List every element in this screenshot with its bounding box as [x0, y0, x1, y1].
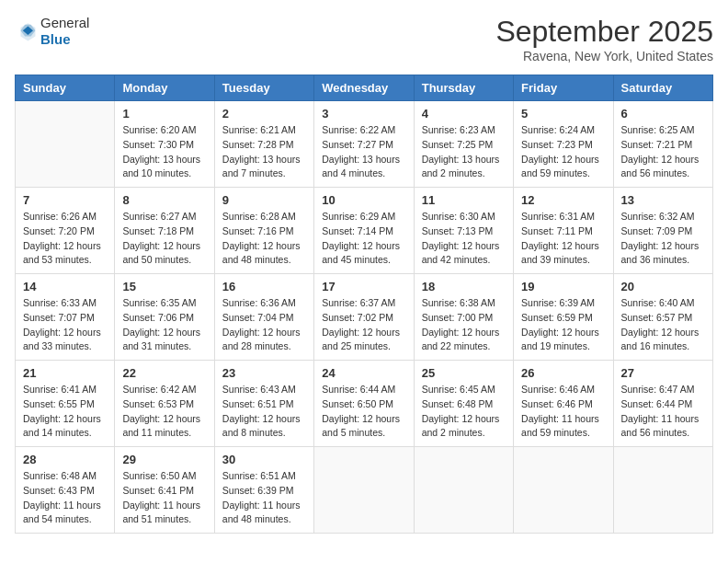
day-number: 11: [422, 193, 506, 207]
day-info: Sunrise: 6:48 AM Sunset: 6:43 PM Dayligh…: [23, 469, 107, 527]
day-info: Sunrise: 6:41 AM Sunset: 6:55 PM Dayligh…: [23, 383, 107, 441]
weekday-header-row: SundayMondayTuesdayWednesdayThursdayFrid…: [16, 75, 713, 101]
week-row: 21Sunrise: 6:41 AM Sunset: 6:55 PM Dayli…: [16, 361, 713, 447]
week-row: 14Sunrise: 6:33 AM Sunset: 7:07 PM Dayli…: [16, 274, 713, 361]
logo-blue: Blue: [40, 31, 71, 47]
day-number: 19: [521, 280, 605, 293]
calendar-cell: [514, 447, 613, 534]
day-number: 3: [322, 107, 405, 121]
day-number: 25: [422, 366, 506, 380]
calendar-cell: 9Sunrise: 6:28 AM Sunset: 7:16 PM Daylig…: [214, 188, 313, 274]
day-info: Sunrise: 6:39 AM Sunset: 6:59 PM Dayligh…: [521, 296, 605, 354]
calendar-cell: 30Sunrise: 6:51 AM Sunset: 6:39 PM Dayli…: [214, 447, 313, 534]
day-number: 5: [521, 107, 605, 121]
logo-general: General: [40, 15, 89, 30]
calendar-cell: 17Sunrise: 6:37 AM Sunset: 7:02 PM Dayli…: [314, 274, 414, 361]
day-info: Sunrise: 6:46 AM Sunset: 6:46 PM Dayligh…: [521, 383, 605, 441]
day-number: 29: [122, 453, 206, 466]
calendar-cell: 6Sunrise: 6:25 AM Sunset: 7:21 PM Daylig…: [613, 101, 712, 188]
day-info: Sunrise: 6:30 AM Sunset: 7:13 PM Dayligh…: [422, 210, 506, 268]
day-number: 21: [23, 366, 107, 380]
day-number: 2: [222, 107, 306, 121]
calendar-cell: 11Sunrise: 6:30 AM Sunset: 7:13 PM Dayli…: [414, 188, 513, 274]
day-info: Sunrise: 6:26 AM Sunset: 7:20 PM Dayligh…: [23, 210, 107, 268]
day-info: Sunrise: 6:35 AM Sunset: 7:06 PM Dayligh…: [122, 296, 206, 354]
calendar-cell: [613, 447, 712, 534]
calendar-cell: 12Sunrise: 6:31 AM Sunset: 7:11 PM Dayli…: [514, 188, 613, 274]
calendar-cell: 25Sunrise: 6:45 AM Sunset: 6:48 PM Dayli…: [414, 361, 513, 447]
calendar-cell: 18Sunrise: 6:38 AM Sunset: 7:00 PM Dayli…: [414, 274, 513, 361]
calendar-cell: 26Sunrise: 6:46 AM Sunset: 6:46 PM Dayli…: [514, 361, 613, 447]
calendar-cell: 8Sunrise: 6:27 AM Sunset: 7:18 PM Daylig…: [115, 188, 214, 274]
calendar-cell: 19Sunrise: 6:39 AM Sunset: 6:59 PM Dayli…: [514, 274, 613, 361]
day-number: 30: [222, 453, 306, 466]
day-number: 15: [122, 280, 206, 293]
day-number: 12: [521, 193, 605, 207]
calendar-cell: 29Sunrise: 6:50 AM Sunset: 6:41 PM Dayli…: [115, 447, 214, 534]
calendar-cell: 14Sunrise: 6:33 AM Sunset: 7:07 PM Dayli…: [16, 274, 115, 361]
day-info: Sunrise: 6:29 AM Sunset: 7:14 PM Dayligh…: [322, 210, 405, 268]
calendar-cell: [414, 447, 513, 534]
day-number: 13: [621, 193, 705, 207]
day-info: Sunrise: 6:20 AM Sunset: 7:30 PM Dayligh…: [122, 123, 206, 181]
weekday-header: Saturday: [613, 75, 712, 101]
day-info: Sunrise: 6:37 AM Sunset: 7:02 PM Dayligh…: [322, 296, 405, 354]
day-info: Sunrise: 6:22 AM Sunset: 7:27 PM Dayligh…: [322, 123, 405, 181]
week-row: 28Sunrise: 6:48 AM Sunset: 6:43 PM Dayli…: [16, 447, 713, 534]
day-info: Sunrise: 6:47 AM Sunset: 6:44 PM Dayligh…: [621, 383, 705, 441]
calendar-cell: 10Sunrise: 6:29 AM Sunset: 7:14 PM Dayli…: [314, 188, 414, 274]
day-number: 23: [222, 366, 306, 380]
calendar-cell: 21Sunrise: 6:41 AM Sunset: 6:55 PM Dayli…: [16, 361, 115, 447]
day-number: 10: [322, 193, 405, 207]
month-title: September 2025: [495, 15, 713, 49]
week-row: 7Sunrise: 6:26 AM Sunset: 7:20 PM Daylig…: [16, 188, 713, 274]
weekday-header: Sunday: [16, 75, 115, 101]
day-info: Sunrise: 6:27 AM Sunset: 7:18 PM Dayligh…: [122, 210, 206, 268]
day-number: 17: [322, 280, 405, 293]
day-info: Sunrise: 6:31 AM Sunset: 7:11 PM Dayligh…: [521, 210, 605, 268]
day-number: 4: [422, 107, 506, 121]
day-number: 8: [122, 193, 206, 207]
weekday-header: Friday: [514, 75, 613, 101]
calendar-cell: 16Sunrise: 6:36 AM Sunset: 7:04 PM Dayli…: [214, 274, 313, 361]
day-info: Sunrise: 6:21 AM Sunset: 7:28 PM Dayligh…: [222, 123, 306, 181]
day-info: Sunrise: 6:24 AM Sunset: 7:23 PM Dayligh…: [521, 123, 605, 181]
week-row: 1Sunrise: 6:20 AM Sunset: 7:30 PM Daylig…: [16, 101, 713, 188]
day-number: 14: [23, 280, 107, 293]
calendar-cell: 5Sunrise: 6:24 AM Sunset: 7:23 PM Daylig…: [514, 101, 613, 188]
calendar-cell: 15Sunrise: 6:35 AM Sunset: 7:06 PM Dayli…: [115, 274, 214, 361]
day-number: 24: [322, 366, 405, 380]
day-number: 28: [23, 453, 107, 466]
day-info: Sunrise: 6:33 AM Sunset: 7:07 PM Dayligh…: [23, 296, 107, 354]
calendar-cell: [314, 447, 414, 534]
day-info: Sunrise: 6:32 AM Sunset: 7:09 PM Dayligh…: [621, 210, 705, 268]
weekday-header: Tuesday: [214, 75, 313, 101]
calendar-cell: 7Sunrise: 6:26 AM Sunset: 7:20 PM Daylig…: [16, 188, 115, 274]
day-info: Sunrise: 6:28 AM Sunset: 7:16 PM Dayligh…: [222, 210, 306, 268]
calendar-cell: 24Sunrise: 6:44 AM Sunset: 6:50 PM Dayli…: [314, 361, 414, 447]
logo-icon: [15, 20, 37, 42]
calendar-cell: 28Sunrise: 6:48 AM Sunset: 6:43 PM Dayli…: [16, 447, 115, 534]
logo-text: General Blue: [40, 15, 89, 48]
day-number: 1: [122, 107, 206, 121]
day-info: Sunrise: 6:36 AM Sunset: 7:04 PM Dayligh…: [222, 296, 306, 354]
day-info: Sunrise: 6:50 AM Sunset: 6:41 PM Dayligh…: [122, 469, 206, 527]
calendar-cell: [16, 101, 115, 188]
day-number: 20: [621, 280, 705, 293]
title-block: September 2025 Ravena, New York, United …: [495, 15, 713, 63]
day-number: 9: [222, 193, 306, 207]
day-info: Sunrise: 6:38 AM Sunset: 7:00 PM Dayligh…: [422, 296, 506, 354]
calendar-cell: 3Sunrise: 6:22 AM Sunset: 7:27 PM Daylig…: [314, 101, 414, 188]
calendar-cell: 22Sunrise: 6:42 AM Sunset: 6:53 PM Dayli…: [115, 361, 214, 447]
weekday-header: Thursday: [414, 75, 513, 101]
calendar-table: SundayMondayTuesdayWednesdayThursdayFrid…: [15, 75, 713, 534]
day-number: 22: [122, 366, 206, 380]
day-number: 6: [621, 107, 705, 121]
calendar-cell: 20Sunrise: 6:40 AM Sunset: 6:57 PM Dayli…: [613, 274, 712, 361]
day-info: Sunrise: 6:23 AM Sunset: 7:25 PM Dayligh…: [422, 123, 506, 181]
day-info: Sunrise: 6:40 AM Sunset: 6:57 PM Dayligh…: [621, 296, 705, 354]
day-number: 16: [222, 280, 306, 293]
day-number: 18: [422, 280, 506, 293]
calendar-cell: 27Sunrise: 6:47 AM Sunset: 6:44 PM Dayli…: [613, 361, 712, 447]
logo: General Blue: [15, 15, 89, 48]
